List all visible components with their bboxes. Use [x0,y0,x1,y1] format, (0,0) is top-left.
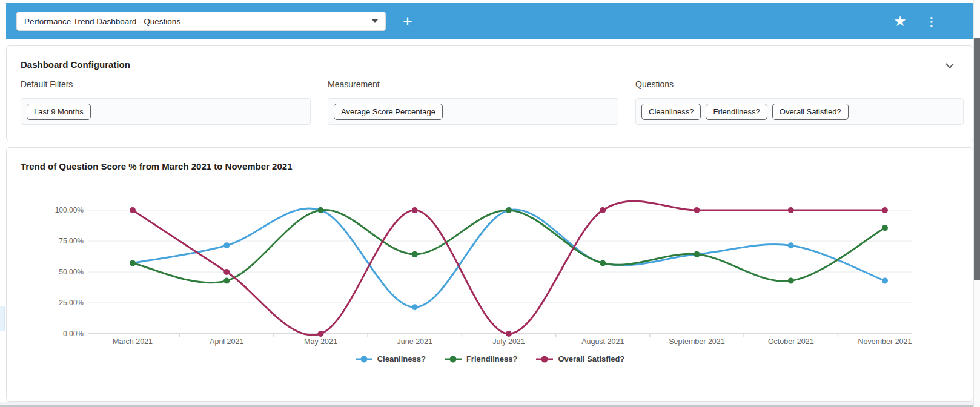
data-point[interactable] [318,331,324,337]
dashboard-page: Performance Trend Dashboard - Questions … [0,0,980,407]
dashboard-configuration-panel: Dashboard Configuration Default FiltersL… [6,45,973,141]
svg-text:50.00%: 50.00% [59,268,84,276]
svg-text:October 2021: October 2021 [768,337,814,346]
config-chip-container: Cleanliness?Friendliness?Overall Satisfi… [635,98,964,125]
config-chip-container: Last 9 Months [21,98,311,125]
filter-chip[interactable]: Overall Satisfied? [772,104,849,120]
svg-text:November 2021: November 2021 [858,337,912,346]
chart-title: Trend of Question Score % from March 202… [21,161,292,171]
svg-text:100.00%: 100.00% [55,206,84,214]
data-point[interactable] [882,207,888,213]
chart-legend: Cleanliness?Friendliness?Overall Satisfi… [7,354,973,363]
svg-text:September 2021: September 2021 [669,337,724,346]
svg-text:June 2021: June 2021 [397,337,432,346]
dashboard-selector-dropdown[interactable]: Performance Trend Dashboard - Questions [16,12,386,31]
data-point[interactable] [412,207,418,213]
chevron-down-icon [944,62,956,70]
config-section-label: Default Filters [21,79,73,89]
svg-text:0.00%: 0.00% [63,329,84,338]
svg-text:25.00%: 25.00% [59,299,84,307]
svg-text:April 2021: April 2021 [210,337,243,346]
data-point[interactable] [223,242,230,248]
more-options-button[interactable]: ⋮ [919,9,944,33]
filter-chip[interactable]: Cleanliness? [641,104,701,120]
config-chip-container: Average Score Percentage [328,98,618,125]
config-section-label: Questions [635,79,674,89]
config-panel-title: Dashboard Configuration [21,59,130,70]
legend-marker-icon [444,356,462,363]
svg-text:75.00%: 75.00% [59,237,84,245]
legend-item[interactable]: Overall Satisfied? [535,354,624,363]
data-point[interactable] [600,207,606,213]
data-point[interactable] [130,260,136,266]
data-point[interactable] [412,304,418,310]
collapse-panel-button[interactable] [944,62,956,70]
data-point[interactable] [788,207,794,213]
legend-item[interactable]: Friendliness? [444,354,518,363]
data-point[interactable] [600,260,606,266]
data-point[interactable] [223,269,230,275]
data-point[interactable] [506,207,512,213]
side-peek-notch [0,306,5,331]
dashboard-selector-value: Performance Trend Dashboard - Questions [24,17,180,26]
legend-item[interactable]: Cleanliness? [355,354,426,363]
filter-chip[interactable]: Last 9 Months [27,104,91,120]
bottom-edge [0,402,980,407]
data-point[interactable] [882,278,888,284]
legend-marker-icon [535,356,554,363]
svg-text:July 2021: July 2021 [492,337,525,346]
legend-label: Overall Satisfied? [558,354,624,363]
trend-line-chart: 100.00%75.00%50.00%25.00%0.00%March 2021… [7,182,974,347]
scrollbar-thumb[interactable] [974,38,980,280]
kebab-menu-icon: ⋮ [926,15,938,28]
config-section-label: Measurement [328,79,380,89]
legend-label: Friendliness? [466,354,518,363]
svg-text:August 2021: August 2021 [581,337,624,346]
top-app-bar: Performance Trend Dashboard - Questions … [6,3,973,39]
svg-text:May 2021: May 2021 [304,337,337,346]
favorite-button[interactable]: ★ [888,9,912,33]
data-point[interactable] [223,278,230,284]
data-point[interactable] [694,207,700,213]
legend-label: Cleanliness? [377,354,426,363]
plus-icon: + [403,12,412,31]
caret-down-icon [372,19,378,23]
data-point[interactable] [882,225,888,231]
filter-chip[interactable]: Friendliness? [706,104,767,120]
trend-chart-panel: Trend of Question Score % from March 202… [6,147,973,402]
data-point[interactable] [694,251,700,257]
legend-marker-icon [355,356,373,363]
data-point[interactable] [788,242,794,248]
data-point[interactable] [506,331,512,337]
data-point[interactable] [318,207,324,213]
svg-text:March 2021: March 2021 [113,337,153,346]
data-point[interactable] [788,278,794,284]
data-point[interactable] [130,207,136,213]
filter-chip[interactable]: Average Score Percentage [334,104,443,120]
data-point[interactable] [412,251,418,257]
star-icon: ★ [893,13,907,30]
add-dashboard-button[interactable]: + [396,9,420,33]
scrollbar-track[interactable] [973,0,980,407]
